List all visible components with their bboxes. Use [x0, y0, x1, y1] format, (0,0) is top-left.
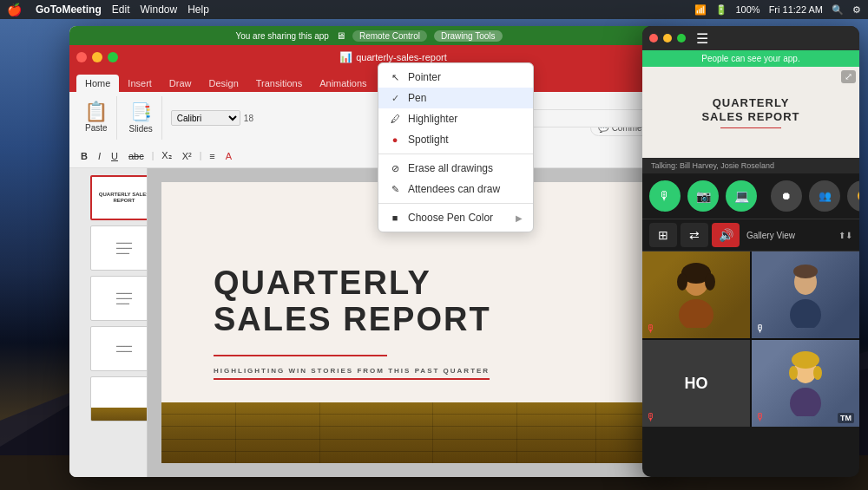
tab-animations[interactable]: Animations: [311, 75, 375, 92]
gtm-hamburger-icon[interactable]: ☰: [691, 27, 713, 50]
wood-plank-3: [432, 402, 433, 463]
ribbon-toolbar: 📋 Paste 📑 Slides Calibri 18 Sensitivity: [69, 92, 668, 144]
underline-btn[interactable]: U: [107, 150, 122, 162]
erase-icon: ⊘: [389, 163, 401, 174]
gtm-controls-bar: 🎙 📷 💻 ⏺ 👥 😊 ⚙: [642, 173, 859, 219]
gtm-participants-btn[interactable]: 👥: [809, 180, 840, 212]
slide-thumb-5[interactable]: [90, 376, 148, 421]
ppt-icon: 📊: [339, 51, 352, 63]
close-button[interactable]: [76, 52, 87, 62]
p3-bg: HO: [642, 340, 750, 427]
gtm-record-btn[interactable]: ⏺: [771, 180, 802, 212]
spotlight-icon: ●: [389, 134, 401, 145]
search-icon[interactable]: 🔍: [832, 4, 844, 16]
gotomeeting-panel: ☰ People can see your app. QUARTERLY SAL…: [642, 26, 859, 477]
gtm-close-btn[interactable]: [649, 34, 658, 42]
dropdown-erase[interactable]: ⊘ Erase all drawings: [378, 158, 533, 179]
new-slide-icon[interactable]: 📑: [130, 101, 152, 122]
align-left-btn[interactable]: ≡: [205, 150, 219, 162]
datetime: Fri 11:22 AM: [769, 4, 823, 15]
superscript-btn[interactable]: X²: [178, 150, 196, 162]
gtm-participants-area: 🎙 🎙: [642, 252, 859, 477]
gtm-preview-title1: QUARTERLY: [701, 96, 799, 110]
gtm-max-btn[interactable]: [677, 34, 686, 42]
battery-percent: 100%: [736, 4, 760, 15]
gtm-screen-btn[interactable]: 💻: [726, 180, 757, 212]
gtm-app-banner: People can see your app.: [642, 50, 859, 67]
menu-help[interactable]: Help: [187, 3, 209, 16]
gtm-min-btn[interactable]: [663, 34, 672, 42]
thumb5-floor: [91, 408, 148, 421]
slide-4-container: 4 ━━━━━━━━━━━━: [73, 326, 143, 371]
wood-plank-5: [595, 402, 596, 463]
pointer-label: Pointer: [408, 71, 441, 83]
gtm-gallery-label: Gallery View: [746, 231, 835, 240]
menu-window[interactable]: Window: [140, 3, 177, 16]
italic-btn[interactable]: I: [94, 150, 105, 162]
gtm-gallery-arrows[interactable]: ⬆⬇: [838, 231, 852, 240]
tab-draw[interactable]: Draw: [161, 75, 201, 92]
slide-thumb-4[interactable]: ━━━━━━━━━━━━: [90, 326, 148, 371]
slide-title: QUARTERLY SALES REPORT: [214, 265, 491, 338]
gtm-audio-btn[interactable]: 🔊: [712, 223, 740, 247]
svg-point-14: [789, 366, 798, 380]
bold-btn[interactable]: B: [76, 150, 92, 162]
gtm-mic-btn[interactable]: 🎙: [649, 180, 681, 212]
tab-transitions[interactable]: Transitions: [247, 75, 311, 92]
dropdown-attendees-draw[interactable]: ✎ Attendees can draw: [378, 179, 533, 199]
window-controls: [76, 52, 118, 62]
ribbon-tabs: Home Insert Draw Design Transitions Anim…: [69, 69, 668, 92]
color-btn[interactable]: A: [221, 150, 236, 162]
slide-1-container: 1 QUARTERLY SALES REPORT: [73, 175, 143, 220]
tab-insert[interactable]: Insert: [119, 75, 161, 92]
dropdown-spotlight[interactable]: ● Spotlight: [378, 129, 533, 150]
app-share-icon: 🖥: [336, 30, 345, 41]
slide-thumb-1[interactable]: QUARTERLY SALES REPORT: [90, 175, 148, 220]
gtm-emoji-btn[interactable]: 😊: [847, 180, 859, 212]
pen-color-icon: ■: [389, 212, 401, 223]
menubar-right: 📶 🔋 100% Fri 11:22 AM 🔍 ⚙: [694, 4, 862, 16]
gtm-cam-btn[interactable]: 📷: [687, 180, 719, 212]
notification-icon[interactable]: ⚙: [852, 4, 861, 16]
slide-2-container: 2 ━━━━━━━━━━━━━━━━━: [73, 225, 143, 271]
paste-icon[interactable]: 📋: [84, 102, 108, 121]
tab-design[interactable]: Design: [201, 75, 247, 92]
slide-thumb-3[interactable]: ━━━━━━━━━━━━━━━━━: [90, 276, 148, 321]
slides-section: 📑 Slides: [121, 96, 162, 140]
minimize-button[interactable]: [92, 52, 102, 62]
thumb4-content: ━━━━━━━━━━━━: [115, 342, 134, 356]
slides-btn[interactable]: Slides: [126, 122, 156, 135]
p1-mic-icon: 🎙: [646, 323, 656, 335]
dropdown-pen[interactable]: ✓ Pen: [378, 88, 533, 108]
font-select[interactable]: Calibri: [171, 110, 240, 126]
paste-btn[interactable]: Paste: [82, 121, 111, 134]
gtm-preview-expand-btn[interactable]: ⤢: [841, 70, 856, 83]
slide-thumb-2[interactable]: ━━━━━━━━━━━━━━━━━: [90, 225, 148, 271]
p3-initials: HO: [685, 375, 708, 393]
p4-mic-icon: 🎙: [755, 411, 766, 423]
dropdown-pen-color[interactable]: ■ Choose Pen Color ▶: [378, 207, 533, 228]
titlebar: 📊 quarterly-sales-report 💬 Comments: [69, 45, 668, 69]
strikethrough-btn[interactable]: abc: [124, 150, 148, 162]
apple-icon[interactable]: 🍎: [7, 3, 22, 16]
spotlight-label: Spotlight: [408, 134, 449, 146]
thumb3-content: ━━━━━━━━━━━━━━━━━: [115, 289, 134, 308]
tab-home[interactable]: Home: [76, 75, 119, 92]
menu-gotomeeting[interactable]: GoToMeeting: [36, 3, 102, 16]
gtm-grid-view-btn[interactable]: ⊞: [649, 223, 677, 247]
gtm-swap-view-btn[interactable]: ⇄: [681, 223, 708, 247]
drawing-tools-dropdown: ↖ Pointer ✓ Pen 🖊 Highlighter ● Spotligh…: [378, 62, 534, 232]
slide-wood-floor: [161, 402, 654, 463]
p4-label: TM: [838, 413, 854, 423]
dropdown-highlighter[interactable]: 🖊 Highlighter: [378, 108, 533, 129]
battery-indicator: 🔋: [715, 4, 727, 16]
maximize-button[interactable]: [108, 52, 118, 62]
gtm-talking-text: Talking: Bill Harvey, Josie Roseland: [651, 161, 774, 170]
drawing-tools-btn[interactable]: Drawing Tools: [434, 30, 503, 42]
svg-point-4: [679, 299, 713, 328]
menu-edit[interactable]: Edit: [112, 3, 130, 16]
subscript-btn[interactable]: X₂: [157, 149, 175, 162]
remote-control-btn[interactable]: Remote Control: [352, 30, 427, 42]
dropdown-pointer[interactable]: ↖ Pointer: [378, 67, 533, 88]
p2-bg: [752, 252, 859, 338]
